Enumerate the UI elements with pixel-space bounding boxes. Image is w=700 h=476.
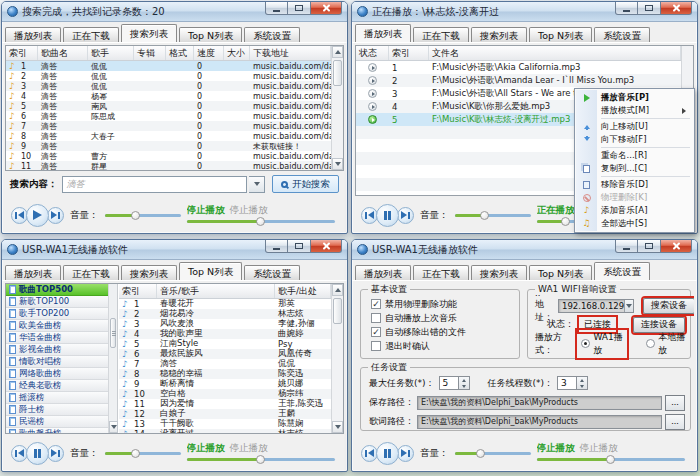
- checkbox-checked-icon[interactable]: ✓: [371, 299, 381, 309]
- checkbox-row[interactable]: 退出时确认: [361, 339, 519, 353]
- volume-slider[interactable]: [455, 210, 531, 221]
- checkbox-row[interactable]: ✓自动移除出错的文件: [361, 325, 519, 339]
- scroll-thumb[interactable]: [333, 60, 342, 86]
- table-row[interactable]: ♪8滴答大春子0music.baidu.com/da: [6, 131, 331, 141]
- menu-item[interactable]: 向上移动[U]: [576, 120, 693, 133]
- slider-thumb[interactable]: [480, 211, 489, 220]
- wa1-play-radio[interactable]: WA1播放: [577, 330, 627, 358]
- table-row[interactable]: ♪1滴答侃侃0music.baidu.com/da: [6, 61, 331, 71]
- sidebar-item-华语金曲榜[interactable]: 华语金曲榜: [6, 332, 108, 344]
- table-row[interactable]: 2F:\Music\外语歌\Amanda Lear - I`ll Miss Yo…: [356, 74, 681, 87]
- sidebar-scrollbar[interactable]: [108, 284, 118, 433]
- tab-搜索列表[interactable]: 搜索列表: [471, 265, 527, 280]
- progress-slider[interactable]: [187, 216, 335, 227]
- search-history-dropdown[interactable]: [249, 176, 265, 193]
- slider-thumb[interactable]: [606, 455, 615, 464]
- sidebar-item-新歌TOP100[interactable]: 新歌TOP100: [6, 296, 108, 308]
- tab-搜索列表[interactable]: 搜索列表: [121, 24, 177, 42]
- table-row[interactable]: ♪6滴答陈思成0music.baidu.com/da: [6, 111, 331, 121]
- column-header[interactable]: 歌手/出处: [275, 284, 331, 298]
- lyric-path-field[interactable]: E:\快盘\我的资料\Delphi_bak\MyProducts: [417, 415, 662, 429]
- tab-播放列表[interactable]: 播放列表: [5, 27, 61, 42]
- table-row[interactable]: ♪3滴答侃侃0music.baidu.com/da: [6, 81, 331, 91]
- maximize-button[interactable]: [288, 2, 311, 15]
- sidebar-item-民谣榜[interactable]: 民谣榜: [6, 416, 108, 428]
- sidebar-item-网络歌曲榜[interactable]: 网络歌曲榜: [6, 368, 108, 380]
- slider-thumb[interactable]: [256, 217, 265, 226]
- close-button[interactable]: [311, 240, 342, 253]
- tab-Top N列表[interactable]: Top N列表: [179, 262, 242, 280]
- next-button[interactable]: [47, 445, 64, 462]
- scroll-up-button[interactable]: [332, 284, 343, 296]
- menu-item[interactable]: 播放音乐[P]: [576, 91, 693, 104]
- slider-thumb[interactable]: [561, 217, 570, 226]
- sidebar-item-摇滚榜[interactable]: 摇滚榜: [6, 392, 108, 404]
- slider-thumb[interactable]: [476, 449, 485, 458]
- column-header[interactable]: 索引: [6, 46, 38, 60]
- tab-正在下载[interactable]: 正在下载: [63, 27, 119, 42]
- volume-slider[interactable]: [455, 448, 531, 459]
- next-button[interactable]: [397, 207, 414, 224]
- table-row[interactable]: 1F:\Music\外语歌\Akia California.mp3: [356, 61, 681, 74]
- tab-播放列表[interactable]: 播放列表: [355, 265, 411, 280]
- checkbox-icon[interactable]: [371, 341, 381, 351]
- checkbox-row[interactable]: 自动播放上次音乐: [361, 311, 519, 325]
- maximize-button[interactable]: [638, 2, 661, 15]
- sidebar-item-歌手TOP200[interactable]: 歌手TOP200: [6, 308, 108, 320]
- table-row[interactable]: ♪9滴答0未获取链接！: [6, 141, 331, 151]
- search-device-button[interactable]: 搜索设备: [643, 298, 694, 314]
- slider-thumb[interactable]: [131, 211, 140, 220]
- pause-button[interactable]: [26, 442, 49, 465]
- vertical-scrollbar[interactable]: [331, 284, 343, 433]
- tab-正在下载[interactable]: 正在下载: [413, 265, 469, 280]
- column-header[interactable]: 索引: [119, 284, 157, 298]
- slider-thumb[interactable]: [256, 455, 265, 464]
- tab-系统设置[interactable]: 系统设置: [244, 265, 300, 280]
- menu-item[interactable]: ♪添加音乐[A]: [576, 204, 693, 217]
- scroll-up-button[interactable]: [332, 46, 343, 58]
- stepper-arrows[interactable]: [577, 376, 588, 390]
- column-header[interactable]: 下载地址: [250, 46, 331, 60]
- titlebar[interactable]: USR-WA1无线播放软件: [352, 240, 697, 260]
- tab-搜索列表[interactable]: 搜索列表: [471, 27, 527, 42]
- menu-item[interactable]: ♫全部选中[S]: [576, 217, 693, 230]
- menu-item[interactable]: 复制到...[C]: [576, 162, 693, 175]
- sidebar-item-情歌对唱榜[interactable]: 情歌对唱榜: [6, 356, 108, 368]
- ip-address-select[interactable]: 192.168.0.129: [558, 299, 634, 313]
- vertical-scrollbar[interactable]: [331, 46, 343, 170]
- maximize-button[interactable]: [288, 240, 311, 253]
- column-header[interactable]: 速度: [194, 46, 224, 60]
- close-button[interactable]: [661, 2, 692, 15]
- menu-item[interactable]: 重命名...[R]: [576, 149, 693, 162]
- column-header[interactable]: 大小: [224, 46, 250, 60]
- progress-slider[interactable]: [537, 454, 685, 465]
- table-row[interactable]: ♪14没离开过林志炫: [119, 429, 331, 433]
- pause-button[interactable]: [376, 442, 399, 465]
- sidebar-item-影视金曲榜[interactable]: 影视金曲榜: [6, 344, 108, 356]
- menu-item[interactable]: 向下移动[F]: [576, 133, 693, 146]
- volume-slider[interactable]: [105, 210, 181, 221]
- table-row[interactable]: ♪5滴答南风0music.baidu.com/da: [6, 101, 331, 111]
- minimize-button[interactable]: [615, 2, 638, 15]
- play-button[interactable]: [26, 204, 49, 227]
- close-button[interactable]: [311, 2, 342, 15]
- save-path-field[interactable]: E:\快盘\我的资料\Delphi_bak\MyProducts: [417, 396, 662, 410]
- maximize-button[interactable]: [638, 240, 661, 253]
- tab-Top N列表[interactable]: Top N列表: [529, 27, 592, 42]
- next-button[interactable]: [47, 207, 64, 224]
- column-header[interactable]: 文件名: [429, 46, 681, 60]
- browse-save-path-button[interactable]: ...: [665, 395, 685, 411]
- close-button[interactable]: [661, 240, 692, 253]
- table-row[interactable]: ♪2滴答侃侃0music.baidu.com/da: [6, 71, 331, 81]
- slider-thumb[interactable]: [131, 449, 140, 458]
- sidebar-item-欧美金曲榜[interactable]: 欧美金曲榜: [6, 320, 108, 332]
- menu-item[interactable]: 移除音乐[D]: [576, 178, 693, 191]
- minimize-button[interactable]: [265, 240, 288, 253]
- column-header[interactable]: 专辑: [134, 46, 166, 60]
- minimize-button[interactable]: [615, 240, 638, 253]
- tab-正在下载[interactable]: 正在下载: [413, 27, 469, 42]
- tab-Top N列表[interactable]: Top N列表: [529, 265, 592, 280]
- start-search-button[interactable]: 开始搜索: [272, 175, 339, 193]
- checkbox-checked-icon[interactable]: ✓: [371, 327, 381, 337]
- titlebar[interactable]: USR-WA1无线播放软件: [2, 240, 347, 260]
